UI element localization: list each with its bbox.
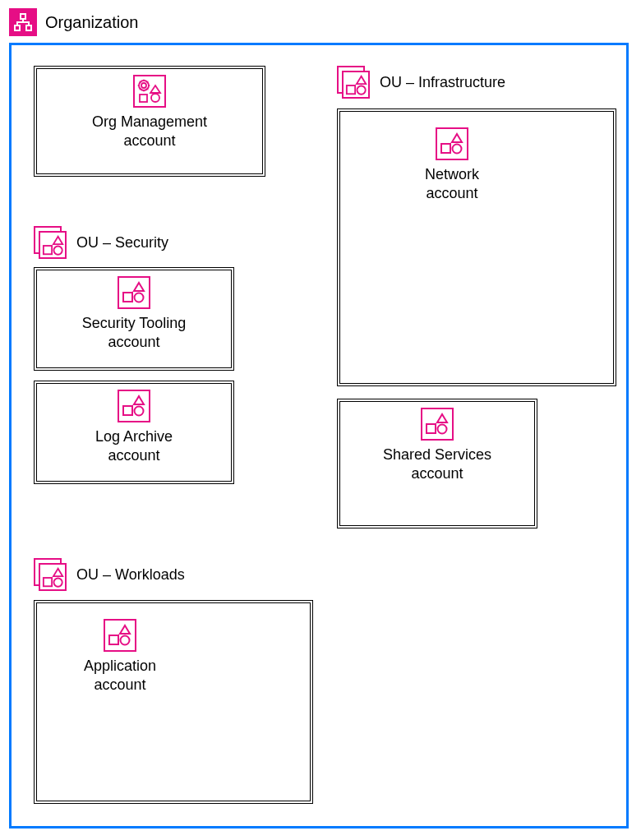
- shapes-icon: [421, 408, 454, 441]
- log-archive-account-box: Log Archive account: [34, 381, 234, 484]
- gear-shapes-icon: [133, 75, 166, 108]
- shared-services-account-box: Shared Services account: [337, 399, 537, 528]
- organization-icon: [9, 8, 37, 36]
- application-account-box: Application account: [55, 611, 185, 714]
- ou-title: OU – Infrastructure: [380, 75, 505, 90]
- network-account-box: Network account: [387, 119, 517, 223]
- organization-frame: Org Management account OU – Security Sec…: [9, 43, 629, 828]
- org-management-account-box: Org Management account: [34, 66, 265, 177]
- ou-workloads-container: Application account: [34, 600, 313, 804]
- ou-infrastructure-container: Network account: [337, 108, 616, 386]
- shapes-icon: [436, 127, 468, 160]
- shapes-icon: [118, 276, 150, 309]
- security-tooling-account-box: Security Tooling account: [34, 267, 234, 371]
- ou-title: OU – Workloads: [76, 567, 185, 582]
- account-label: Shared Services account: [383, 445, 491, 482]
- ou-stacked-icon: [34, 558, 67, 591]
- shapes-icon: [118, 390, 150, 422]
- account-label: Org Management account: [92, 113, 207, 150]
- organization-title: Organization: [45, 13, 138, 32]
- account-label: Network account: [425, 165, 479, 202]
- ou-infrastructure-header: OU – Infrastructure: [337, 66, 505, 99]
- ou-security-header: OU – Security: [34, 226, 168, 259]
- organization-header: Organization: [9, 8, 138, 36]
- ou-stacked-icon: [337, 66, 370, 99]
- account-label: Application account: [84, 657, 156, 694]
- account-label: Security Tooling account: [82, 314, 187, 351]
- ou-workloads-header: OU – Workloads: [34, 558, 185, 591]
- account-label: Log Archive account: [95, 427, 173, 464]
- ou-title: OU – Security: [76, 235, 168, 250]
- shapes-icon: [104, 619, 136, 652]
- ou-stacked-icon: [34, 226, 67, 259]
